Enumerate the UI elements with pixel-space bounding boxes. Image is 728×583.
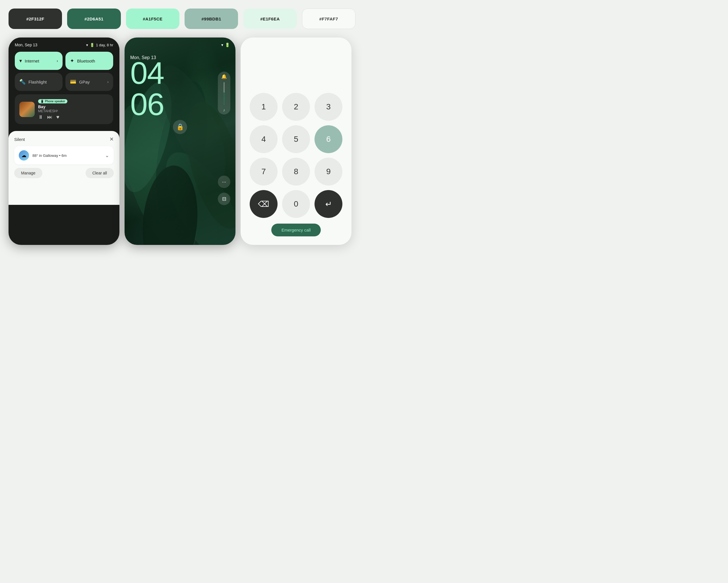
weather-icon: ☁ [19,150,29,161]
bluetooth-icon: ✦ [70,58,74,64]
quick-tiles-grid: ▾ Internet › ✦ Bluetooth 🔦 Flashlight [15,52,113,91]
media-player: 📱 Phone speaker Bay METAHESH² ⏸ ⏭ ♥ [15,94,113,124]
phone1-battery-text: 1 day, 8 hr [96,43,113,47]
dial-key-call[interactable]: ↵ [314,190,342,218]
clear-all-button[interactable]: Clear all [85,168,114,178]
wifi-tile-icon: ▾ [19,58,22,64]
phone2-lockscreen: ▾ 🔋 Mon, Sep 13 04 06 🔒 🔔 ♪ [125,37,235,245]
dial-key-8[interactable]: 8 [282,158,310,186]
emergency-call-button[interactable]: Emergency call [271,224,321,237]
quick-row-2: 🔦 Flashlight 💳 GPay › [15,73,113,91]
lockscreen-battery-icon: 🔋 [225,43,230,47]
dial-key-6[interactable]: 6 [314,125,342,153]
dial-key-7[interactable]: 7 [250,158,278,186]
media-title: Bay [38,105,109,109]
dialer-keypad: 1 2 3 4 5 6 7 8 9 ⌫ 0 ↵ [240,93,352,218]
lockscreen-wifi-icon: ▾ [221,43,223,47]
palette-chip-F7FAF7: #F7FAF7 [302,8,356,29]
phone1-time: Mon, Sep 13 [15,43,37,47]
dial-key-2[interactable]: 2 [282,93,310,121]
phone-speaker-icon: 📱 [41,100,44,103]
manage-button[interactable]: Manage [14,168,42,178]
palette-chip-2D6A51: #2D6A51 [67,8,121,29]
phones-row: Mon, Sep 13 ▾ 🔋 1 day, 8 hr ▾ Internet ›… [0,35,364,253]
lockscreen-status-icons: ▾ 🔋 [221,43,230,47]
lockscreen-bottom: 🔒 [130,120,230,140]
volume-slider-pill[interactable]: 🔔 ♪ [218,72,230,114]
media-heart-button[interactable]: ♥ [56,114,59,120]
media-pause-button[interactable]: ⏸ [38,114,43,120]
notification-panel: Silent ✕ ☁ 88° in Galloway • 6m ⌄ Manage… [8,131,120,205]
gpay-tile[interactable]: 💳 GPay › [66,73,113,91]
palette-chip-99BDB1: #99BDB1 [185,8,238,29]
internet-chevron: › [57,58,58,63]
dial-key-4[interactable]: 4 [250,125,278,153]
quick-row-1: ▾ Internet › ✦ Bluetooth [15,52,113,70]
gpay-icon: 💳 [70,79,76,85]
internet-label: Internet [25,58,39,63]
camera-off-button[interactable]: ⊟ [218,193,230,205]
lockscreen-status-bar: ▾ 🔋 [130,43,230,47]
media-subtitle: METAHESH² [38,109,109,113]
phone3-dialer: 1 2 3 4 5 6 7 8 9 ⌫ 0 ↵ Emergency call [240,37,352,245]
lockscreen-minute: 06 [130,89,230,120]
slider-track [224,82,225,105]
dial-key-3[interactable]: 3 [314,93,342,121]
weather-notification[interactable]: ☁ 88° in Galloway • 6m ⌄ [14,146,114,165]
notification-title: Silent [14,137,25,142]
flashlight-icon: 🔦 [19,79,26,85]
flashlight-label: Flashlight [28,80,47,84]
notification-close-button[interactable]: ✕ [109,136,114,142]
weather-text: 88° in Galloway • 6m [32,154,102,158]
dial-key-9[interactable]: 9 [314,158,342,186]
bell-icon: 🔔 [221,74,227,79]
notification-header: Silent ✕ [14,136,114,142]
phone1-notification-panel: Mon, Sep 13 ▾ 🔋 1 day, 8 hr ▾ Internet ›… [8,37,120,245]
dial-key-1[interactable]: 1 [250,93,278,121]
battery-icon: 🔋 [90,43,95,47]
media-next-button[interactable]: ⏭ [47,114,52,120]
palette-chip-A1F5CE: #A1F5CE [126,8,179,29]
internet-tile[interactable]: ▾ Internet › [15,52,62,70]
more-options-button[interactable]: ··· [218,175,230,188]
palette-chip-E1F6EA: #E1F6EA [243,8,296,29]
palette-chip-2F312F: #2F312F [8,8,62,29]
gpay-label: GPay [79,80,90,84]
media-info: 📱 Phone speaker Bay METAHESH² ⏸ ⏭ ♥ [38,98,109,120]
dial-key-5[interactable]: 5 [282,125,310,153]
media-output-badge: 📱 Phone speaker [38,99,68,104]
palette-row: #2F312F#2D6A51#A1F5CE#99BDB1#E1F6EA#F7FA… [0,0,364,35]
bluetooth-label: Bluetooth [77,58,95,63]
media-album-art [19,102,35,117]
dial-key-backspace[interactable]: ⌫ [250,190,278,218]
notification-expand-icon[interactable]: ⌄ [105,152,109,159]
lockscreen-hour: 04 [130,57,230,89]
volume-slider-container: 🔔 ♪ [218,72,230,114]
flashlight-tile[interactable]: 🔦 Flashlight [15,73,62,91]
wifi-icon: ▾ [86,43,88,47]
gpay-chevron: › [107,80,109,84]
lock-button[interactable]: 🔒 [173,120,187,134]
music-icon: ♪ [223,108,225,112]
bluetooth-tile[interactable]: ✦ Bluetooth [66,52,113,70]
media-controls: ⏸ ⏭ ♥ [38,114,109,120]
notification-actions: Manage Clear all [14,168,114,178]
phone1-status-bar: Mon, Sep 13 ▾ 🔋 1 day, 8 hr [15,43,113,47]
phone1-status-right: ▾ 🔋 1 day, 8 hr [86,43,113,47]
lockscreen-time: 04 06 [130,57,230,120]
dial-key-0[interactable]: 0 [282,190,310,218]
slider-fill [224,92,225,105]
